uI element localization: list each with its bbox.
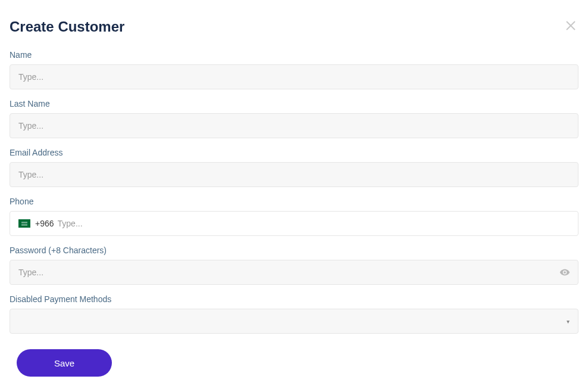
phone-input[interactable]: [58, 212, 570, 235]
close-icon[interactable]: [563, 18, 578, 36]
phone-wrapper: +966: [10, 211, 578, 236]
modal-header: Create Customer: [10, 18, 578, 36]
form-group-phone: Phone +966: [10, 197, 578, 236]
dial-code: +966: [35, 219, 54, 228]
form-group-last-name: Last Name: [10, 99, 578, 138]
save-button[interactable]: Save: [17, 349, 112, 377]
email-input[interactable]: [10, 162, 578, 187]
last-name-input[interactable]: [10, 113, 578, 138]
form-group-name: Name: [10, 50, 578, 89]
password-input[interactable]: [10, 260, 578, 285]
form-group-disabled-payment: Disabled Payment Methods ▾: [10, 294, 578, 334]
name-input[interactable]: [10, 64, 578, 89]
last-name-label: Last Name: [10, 99, 578, 108]
phone-label: Phone: [10, 197, 578, 206]
caret-down-icon: ▾: [567, 318, 570, 325]
disabled-payment-select[interactable]: ▾: [10, 309, 578, 334]
password-wrapper: [10, 260, 578, 285]
disabled-payment-label: Disabled Payment Methods: [10, 294, 578, 304]
name-label: Name: [10, 50, 578, 60]
flag-icon[interactable]: [18, 219, 30, 228]
form-group-email: Email Address: [10, 148, 578, 187]
eye-icon[interactable]: [559, 267, 570, 278]
form-group-password: Password (+8 Characters): [10, 246, 578, 285]
password-label: Password (+8 Characters): [10, 246, 578, 255]
page-title: Create Customer: [10, 18, 124, 35]
email-label: Email Address: [10, 148, 578, 157]
